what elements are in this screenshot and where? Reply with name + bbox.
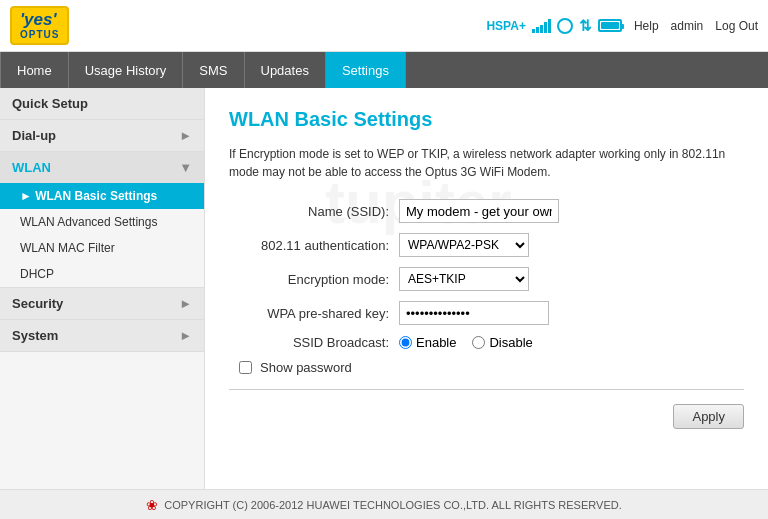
logo-optus: OPTUS	[20, 29, 59, 40]
logout-link[interactable]: Log Out	[715, 19, 758, 33]
hspa-label: HSPA+	[486, 19, 525, 33]
auth-select-wrapper: WPA/WPA2-PSK WPA WPA2 Open Shared	[399, 233, 529, 257]
sidebar-section-dialup: Dial-up ►	[0, 120, 204, 152]
footer-text: COPYRIGHT (C) 2006-2012 HUAWEI TECHNOLOG…	[164, 499, 621, 511]
form-row-auth: 802.11 authentication: WPA/WPA2-PSK WPA …	[229, 233, 744, 257]
sidebar-item-dhcp[interactable]: DHCP	[0, 261, 204, 287]
nav-item-usage-history[interactable]: Usage History	[69, 52, 184, 88]
sidebar-section-wlan: WLAN ▼ ► WLAN Basic Settings WLAN Advanc…	[0, 152, 204, 288]
signal-area: HSPA+ ⇅	[486, 17, 621, 35]
footer-logo-icon: ❀	[146, 497, 158, 513]
ssid-input[interactable]	[399, 199, 559, 223]
sidebar-section-quick-setup: Quick Setup	[0, 88, 204, 120]
top-right-area: HSPA+ ⇅ Help admin Log Out	[486, 17, 758, 35]
page-title: WLAN Basic Settings	[229, 108, 744, 131]
disable-radio-label[interactable]: Disable	[472, 335, 532, 350]
encryption-label: Encryption mode:	[229, 272, 399, 287]
signal-bars-icon	[532, 19, 551, 33]
wpa-input-wrapper	[399, 301, 549, 325]
battery-icon	[598, 19, 622, 32]
form-row-ssid-broadcast: SSID Broadcast: Enable Disable	[229, 335, 744, 350]
sidebar-header-system[interactable]: System ►	[0, 320, 204, 351]
help-link[interactable]: Help	[634, 19, 659, 33]
form-row-ssid: Name (SSID):	[229, 199, 744, 223]
disable-radio[interactable]	[472, 336, 485, 349]
disable-label: Disable	[489, 335, 532, 350]
auth-label: 802.11 authentication:	[229, 238, 399, 253]
wpa-label: WPA pre-shared key:	[229, 306, 399, 321]
wlan-arrow-icon: ▼	[179, 160, 192, 175]
sidebar-header-security[interactable]: Security ►	[0, 288, 204, 319]
wlan-sub-items: ► WLAN Basic Settings WLAN Advanced Sett…	[0, 183, 204, 287]
form-row-wpa: WPA pre-shared key:	[229, 301, 744, 325]
sidebar-item-wlan-mac[interactable]: WLAN MAC Filter	[0, 235, 204, 261]
show-password-checkbox[interactable]	[239, 361, 252, 374]
ssid-broadcast-label: SSID Broadcast:	[229, 335, 399, 350]
sidebar-header-wlan[interactable]: WLAN ▼	[0, 152, 204, 183]
apply-row: Apply	[229, 404, 744, 429]
nav-item-settings[interactable]: Settings	[326, 52, 406, 88]
security-arrow-icon: ►	[179, 296, 192, 311]
sidebar-header-quick-setup[interactable]: Quick Setup	[0, 88, 204, 119]
enable-radio-label[interactable]: Enable	[399, 335, 456, 350]
content-area: WLAN Basic Settings tupiter If Encryptio…	[205, 88, 768, 489]
sidebar-item-wlan-basic[interactable]: ► WLAN Basic Settings	[0, 183, 204, 209]
nav-item-home[interactable]: Home	[0, 52, 69, 88]
dialup-label: Dial-up	[12, 128, 56, 143]
nav-item-sms[interactable]: SMS	[183, 52, 244, 88]
security-label: Security	[12, 296, 63, 311]
logo-yes: 'yes'	[20, 11, 59, 30]
sidebar-section-system: System ►	[0, 320, 204, 352]
ssid-input-wrapper	[399, 199, 559, 223]
sidebar: Quick Setup Dial-up ► WLAN ▼ ► WLAN Basi…	[0, 88, 205, 489]
top-bar: 'yes' OPTUS HSPA+ ⇅ Help admin Log Out	[0, 0, 768, 52]
system-arrow-icon: ►	[179, 328, 192, 343]
dialup-arrow-icon: ►	[179, 128, 192, 143]
main-nav: Home Usage History SMS Updates Settings	[0, 52, 768, 88]
sidebar-header-dialup[interactable]: Dial-up ►	[0, 120, 204, 151]
enable-label: Enable	[416, 335, 456, 350]
settings-form: Name (SSID): 802.11 authentication: WPA/…	[229, 199, 744, 375]
ssid-broadcast-radios: Enable Disable	[399, 335, 533, 350]
wlan-label: WLAN	[12, 160, 51, 175]
sidebar-item-wlan-advanced[interactable]: WLAN Advanced Settings	[0, 209, 204, 235]
apply-button[interactable]: Apply	[673, 404, 744, 429]
form-divider	[229, 389, 744, 390]
globe-icon	[557, 18, 573, 34]
usb-icon: ⇅	[579, 17, 592, 35]
logo: 'yes' OPTUS	[10, 6, 69, 46]
encryption-select[interactable]: AES+TKIP AES TKIP	[399, 267, 529, 291]
show-password-row: Show password	[239, 360, 744, 375]
admin-label: admin	[671, 19, 704, 33]
wpa-input[interactable]	[399, 301, 549, 325]
auth-select[interactable]: WPA/WPA2-PSK WPA WPA2 Open Shared	[399, 233, 529, 257]
enable-radio[interactable]	[399, 336, 412, 349]
ssid-label: Name (SSID):	[229, 204, 399, 219]
quick-setup-label: Quick Setup	[12, 96, 88, 111]
system-label: System	[12, 328, 58, 343]
footer: ❀ COPYRIGHT (C) 2006-2012 HUAWEI TECHNOL…	[0, 489, 768, 519]
nav-item-updates[interactable]: Updates	[245, 52, 326, 88]
sidebar-section-security: Security ►	[0, 288, 204, 320]
encryption-select-wrapper: AES+TKIP AES TKIP	[399, 267, 529, 291]
info-text: If Encryption mode is set to WEP or TKIP…	[229, 145, 744, 181]
show-password-label[interactable]: Show password	[260, 360, 352, 375]
form-row-encryption: Encryption mode: AES+TKIP AES TKIP	[229, 267, 744, 291]
main-layout: Quick Setup Dial-up ► WLAN ▼ ► WLAN Basi…	[0, 88, 768, 489]
